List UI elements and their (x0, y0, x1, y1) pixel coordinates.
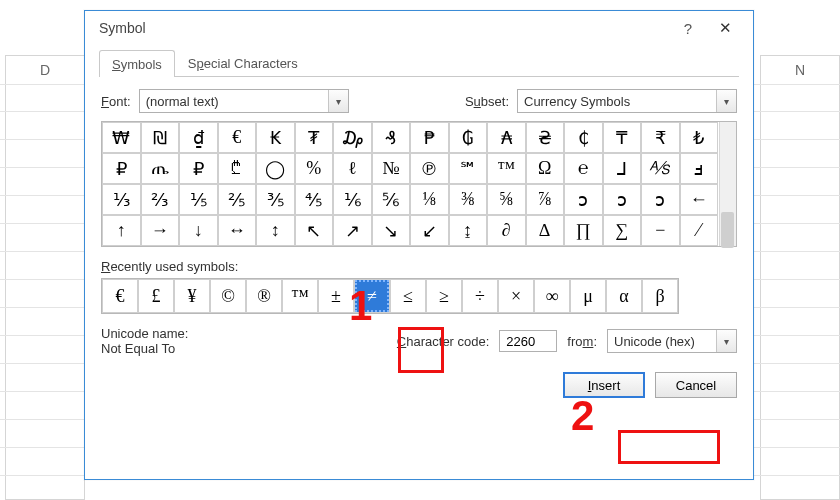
symbol-cell[interactable]: ⅝ (487, 184, 526, 215)
help-button[interactable]: ? (671, 20, 705, 37)
recent-symbol-cell[interactable]: β (642, 279, 678, 313)
symbol-cell[interactable]: ₽ (102, 153, 141, 184)
font-combo[interactable]: (normal text) ▾ (139, 89, 349, 113)
symbol-cell[interactable]: ↕ (256, 215, 295, 246)
char-code-input[interactable] (499, 330, 557, 352)
recent-symbol-cell[interactable]: ÷ (462, 279, 498, 313)
symbol-cell[interactable]: ⅃ (603, 153, 642, 184)
symbol-cell[interactable]: ↙ (410, 215, 449, 246)
symbol-cell[interactable]: ₽ (179, 153, 218, 184)
symbol-cell[interactable]: ₺ (680, 122, 719, 153)
symbol-cell[interactable]: ∂ (487, 215, 526, 246)
symbol-cell[interactable]: ⅛ (410, 184, 449, 215)
recent-symbol-cell[interactable]: ∞ (534, 279, 570, 313)
symbol-cell[interactable]: ↄ (564, 184, 603, 215)
recent-symbol-cell[interactable]: ≠ (354, 279, 390, 313)
symbol-cell[interactable]: ℗ (410, 153, 449, 184)
symbol-cell[interactable]: ∏ (564, 215, 603, 246)
char-code-label: Character code: (397, 334, 490, 349)
symbol-cell[interactable]: ₯ (333, 122, 372, 153)
symbol-cell[interactable]: ↗ (333, 215, 372, 246)
symbol-dialog: Symbol ? ✕ Symbols Special Characters Fo… (84, 10, 754, 480)
recent-symbol-cell[interactable]: ≥ (426, 279, 462, 313)
symbol-cell[interactable]: ₱ (410, 122, 449, 153)
font-label: Font: (101, 94, 131, 109)
symbol-cell[interactable]: ₲ (449, 122, 488, 153)
symbol-cell[interactable]: % (295, 153, 334, 184)
symbol-cell[interactable]: ₩ (102, 122, 141, 153)
symbol-cell[interactable]: ⅔ (141, 184, 180, 215)
recent-symbol-cell[interactable]: € (102, 279, 138, 313)
symbol-cell[interactable]: ⅙ (333, 184, 372, 215)
symbol-cell[interactable]: ⅞ (526, 184, 565, 215)
recent-symbol-cell[interactable]: £ (138, 279, 174, 313)
symbol-cell[interactable]: € (218, 122, 257, 153)
symbol-cell[interactable]: ₴ (526, 122, 565, 153)
recent-symbol-cell[interactable]: ≤ (390, 279, 426, 313)
symbol-cell[interactable]: ₵ (564, 122, 603, 153)
scrollbar[interactable] (719, 122, 736, 246)
from-combo[interactable]: Unicode (hex) ▾ (607, 329, 737, 353)
symbol-cell[interactable]: ∑ (603, 215, 642, 246)
symbol-cell[interactable]: ↖ (295, 215, 334, 246)
symbol-cell[interactable]: ⅘ (295, 184, 334, 215)
symbol-cell[interactable]: ₭ (256, 122, 295, 153)
symbol-cell[interactable]: ↨ (449, 215, 488, 246)
cancel-button[interactable]: Cancel (655, 372, 737, 398)
subset-combo[interactable]: Currency Symbols ▾ (517, 89, 737, 113)
tab-symbols[interactable]: Symbols (99, 50, 175, 77)
symbol-cell[interactable]: ⅜ (449, 184, 488, 215)
symbol-cell[interactable]: ₳ (487, 122, 526, 153)
recent-symbol-cell[interactable]: © (210, 279, 246, 313)
symbol-cell[interactable]: ↔ (218, 215, 257, 246)
symbol-cell[interactable]: ∆ (526, 215, 565, 246)
symbol-cell[interactable]: ↘ (372, 215, 411, 246)
insert-button[interactable]: Insert (563, 372, 645, 398)
recent-symbol-cell[interactable]: ± (318, 279, 354, 313)
symbol-cell[interactable]: ₫ (179, 122, 218, 153)
symbol-cell[interactable]: ⅚ (372, 184, 411, 215)
symbol-cell[interactable]: ⅕ (179, 184, 218, 215)
symbol-cell[interactable]: ɔ (641, 184, 680, 215)
close-button[interactable]: ✕ (705, 19, 745, 37)
symbol-cell[interactable]: ℠ (449, 153, 488, 184)
symbol-cell[interactable]: ₾ (218, 153, 257, 184)
symbol-cell[interactable]: ⅍ (641, 153, 680, 184)
scrollbar-thumb[interactable] (721, 212, 734, 248)
symbol-grid: ₩₪₫€₭₮₯₰₱₲₳₴₵₸₹₺₽ጤ₽₾◯%ℓ№℗℠™Ω℮⅃⅍ⅎ⅓⅔⅕⅖⅗⅘⅙⅚… (101, 121, 737, 247)
subset-label: Subset: (465, 94, 509, 109)
symbol-cell[interactable]: ∕ (680, 215, 719, 246)
symbol-cell[interactable]: ⅓ (102, 184, 141, 215)
symbol-cell[interactable]: ɔ (603, 184, 642, 215)
recent-symbol-cell[interactable]: ¥ (174, 279, 210, 313)
symbol-cell[interactable]: ₰ (372, 122, 411, 153)
recent-symbol-cell[interactable]: α (606, 279, 642, 313)
symbol-cell[interactable]: ₸ (603, 122, 642, 153)
symbol-cell[interactable]: ₪ (141, 122, 180, 153)
recent-symbol-cell[interactable]: ® (246, 279, 282, 313)
symbol-cell[interactable]: ₮ (295, 122, 334, 153)
symbol-cell[interactable]: Ω (526, 153, 565, 184)
recent-symbol-cell[interactable]: × (498, 279, 534, 313)
symbol-cell[interactable]: − (641, 215, 680, 246)
recent-symbol-cell[interactable]: μ (570, 279, 606, 313)
symbol-cell[interactable]: № (372, 153, 411, 184)
symbol-cell[interactable]: ↑ (102, 215, 141, 246)
chevron-down-icon[interactable]: ▾ (716, 330, 736, 352)
symbol-cell[interactable]: ⅖ (218, 184, 257, 215)
symbol-cell[interactable]: ጤ (141, 153, 180, 184)
chevron-down-icon[interactable]: ▾ (716, 90, 736, 112)
symbol-cell[interactable]: ⅗ (256, 184, 295, 215)
symbol-cell[interactable]: ⅎ (680, 153, 719, 184)
symbol-cell[interactable]: ₹ (641, 122, 680, 153)
chevron-down-icon[interactable]: ▾ (328, 90, 348, 112)
recent-symbol-cell[interactable]: ™ (282, 279, 318, 313)
tab-special-characters[interactable]: Special Characters (175, 49, 311, 76)
symbol-cell[interactable]: ℓ (333, 153, 372, 184)
symbol-cell[interactable]: ℮ (564, 153, 603, 184)
symbol-cell[interactable]: → (141, 215, 180, 246)
symbol-cell[interactable]: ↓ (179, 215, 218, 246)
symbol-cell[interactable]: ™ (487, 153, 526, 184)
symbol-cell[interactable]: ◯ (256, 153, 295, 184)
symbol-cell[interactable]: ← (680, 184, 719, 215)
